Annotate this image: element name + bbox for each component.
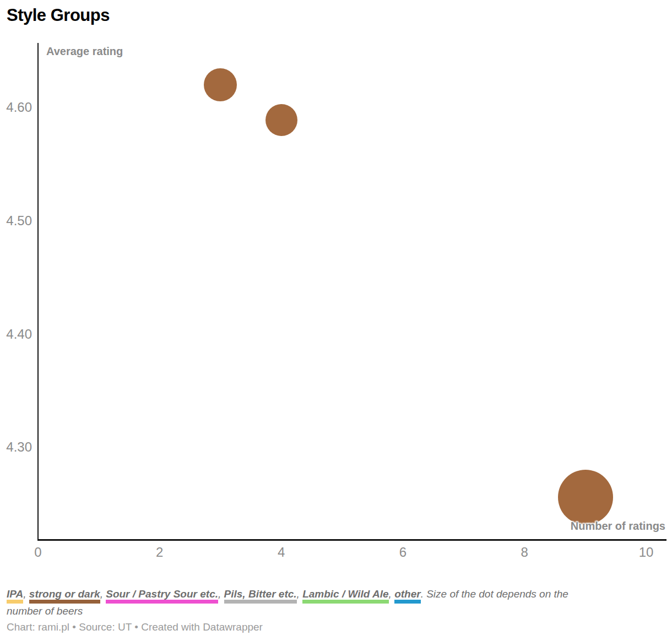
y-axis-line: [37, 43, 39, 540]
y-tick-label: 4.30: [0, 440, 32, 454]
chart-footer: Chart: rami.pl • Source: UT • Created wi…: [7, 621, 263, 633]
data-point-bubble[interactable]: [204, 68, 237, 101]
x-tick-label: 8: [508, 545, 541, 559]
legend: IPA, strong or dark, Sour / Pastry Sour …: [7, 585, 668, 620]
legend-item-strong-or-dark: strong or dark: [29, 588, 100, 604]
x-tick-label: 6: [386, 545, 419, 559]
legend-separator: ,: [389, 588, 395, 600]
legend-separator: ,: [218, 588, 224, 600]
y-tick-label: 4.40: [0, 327, 32, 341]
legend-separator: .: [421, 588, 427, 600]
chart-title: Style Groups: [7, 6, 110, 25]
legend-separator: ,: [297, 588, 303, 600]
data-point-bubble[interactable]: [558, 470, 613, 525]
x-axis-title: Number of ratings: [571, 520, 665, 533]
legend-separator: ,: [100, 588, 106, 600]
legend-item-pils-bitter-etc: Pils, Bitter etc.: [224, 588, 297, 604]
y-axis-title: Average rating: [46, 45, 123, 58]
y-tick-label: 4.50: [0, 214, 32, 228]
legend-item-lambic-wild-ale: Lambic / Wild Ale: [302, 588, 388, 604]
legend-item-sour-pastry-sour-etc: Sour / Pastry Sour etc.: [106, 588, 218, 604]
x-axis-line: [37, 539, 666, 541]
x-tick-label: 0: [21, 545, 55, 559]
chart-canvas: Style Groups Average rating Number of ra…: [0, 0, 672, 641]
x-tick-label: 2: [143, 545, 176, 559]
legend-item-ipa: IPA: [7, 588, 23, 604]
y-tick-label: 4.60: [0, 100, 32, 115]
legend-separator: ,: [23, 588, 29, 600]
data-point-bubble[interactable]: [265, 104, 297, 136]
legend-item-other: other: [394, 588, 421, 604]
x-tick-label: 10: [630, 545, 663, 559]
x-tick-label: 4: [265, 545, 298, 559]
